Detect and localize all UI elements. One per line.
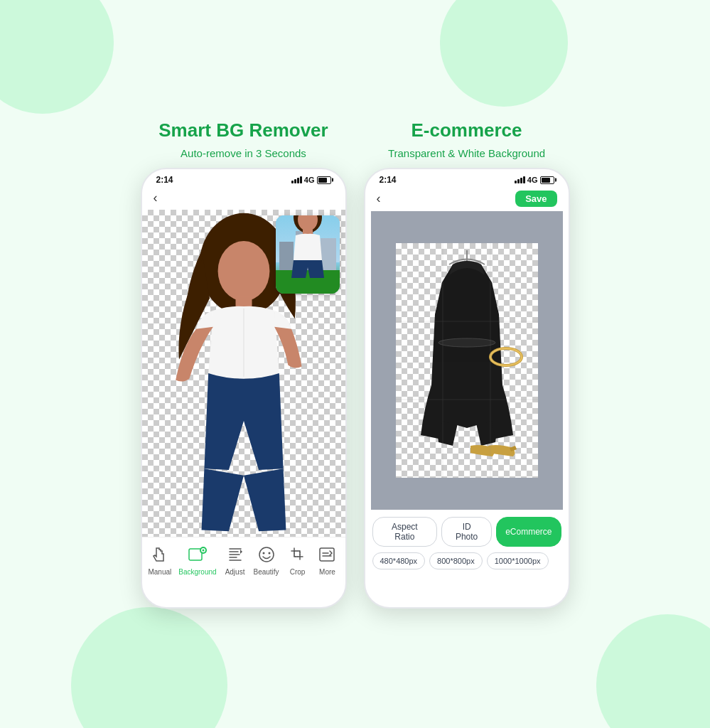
dress-accessories-svg	[396, 243, 538, 478]
tool-crop[interactable]: Crop	[286, 543, 309, 576]
right-panel: E-commerce Transparent & White Backgroun…	[364, 119, 570, 609]
id-photo-tab[interactable]: ID Photo	[441, 517, 492, 547]
right-phone: 2:14 4G ‹ Save	[364, 168, 570, 609]
options-area: Aspect Ratio ID Photo eCommerce 480*480p…	[365, 510, 569, 581]
left-battery-fill	[318, 178, 328, 183]
right-battery	[540, 176, 554, 184]
left-network: 4G	[304, 176, 315, 184]
more-label: More	[319, 568, 335, 576]
r-signal-bar-3	[520, 178, 522, 183]
background-icon-wrapper	[186, 543, 209, 566]
right-panel-title: E-commerce	[411, 119, 522, 141]
tool-more[interactable]: More	[316, 543, 338, 576]
left-panel-subtitle: Auto-remove in 3 Seconds	[181, 147, 306, 159]
tool-beautify[interactable]: Beautify	[253, 543, 279, 576]
tool-adjust[interactable]: Adjust	[224, 543, 247, 576]
left-phone: 2:14 4G ‹	[141, 168, 347, 609]
size-800[interactable]: 800*800px	[429, 552, 483, 569]
left-status-bar: 2:14 4G	[142, 169, 345, 188]
right-time: 2:14	[380, 175, 397, 185]
beautify-icon	[255, 543, 278, 566]
r-signal-bar-1	[515, 181, 517, 183]
more-icon	[316, 543, 338, 566]
tab-buttons-row: Aspect Ratio ID Photo eCommerce	[372, 517, 561, 547]
right-battery-fill	[542, 178, 551, 183]
size-480[interactable]: 480*480px	[372, 552, 426, 569]
tool-background[interactable]: Background	[178, 543, 216, 576]
left-panel-title: Smart BG Remover	[158, 119, 328, 141]
bg-decoration-br	[596, 614, 710, 728]
svg-point-13	[262, 552, 264, 555]
right-image-area	[371, 211, 563, 510]
svg-point-10	[202, 550, 204, 552]
right-status-right: 4G	[515, 176, 554, 184]
crop-icon	[286, 543, 309, 566]
thumbnail-inner	[276, 215, 340, 294]
left-time: 2:14	[156, 175, 173, 185]
crop-label: Crop	[290, 568, 306, 576]
svg-point-1	[217, 241, 269, 301]
thumb-woman	[276, 215, 340, 278]
left-back-button[interactable]: ‹	[154, 191, 158, 205]
tool-manual[interactable]: Manual	[148, 543, 171, 576]
right-network: 4G	[527, 176, 538, 184]
bg-decoration-tl	[0, 0, 114, 114]
adjust-icon	[224, 543, 247, 566]
r-signal-bar-2	[517, 179, 520, 183]
thumbnail-overlay	[276, 215, 340, 294]
bg-decoration-bl	[71, 607, 227, 728]
svg-point-12	[259, 547, 274, 562]
right-signal-bars	[515, 176, 525, 183]
left-battery	[317, 176, 331, 184]
size-1000[interactable]: 1000*1000px	[487, 552, 549, 569]
right-status-bar: 2:14 4G	[365, 169, 569, 188]
left-signal-bars	[291, 176, 302, 183]
bg-decoration-tr	[440, 0, 568, 107]
left-status-right: 4G	[291, 176, 331, 184]
right-panel-subtitle: Transparent & White Background	[388, 147, 545, 159]
signal-bar-4	[300, 176, 302, 183]
right-nav-bar: ‹ Save	[365, 188, 569, 211]
svg-rect-16	[320, 548, 334, 561]
left-nav-bar: ‹	[142, 188, 345, 210]
signal-bar-1	[291, 181, 294, 183]
ecom-inner	[396, 243, 538, 478]
size-buttons-row: 480*480px 800*800px 1000*1000px	[372, 552, 561, 569]
signal-bar-2	[294, 179, 296, 183]
main-container: Smart BG Remover Auto-remove in 3 Second…	[141, 119, 570, 609]
signal-bar-3	[297, 178, 299, 183]
left-image-area	[142, 210, 345, 537]
left-panel: Smart BG Remover Auto-remove in 3 Second…	[141, 119, 347, 609]
beautify-label: Beautify	[253, 568, 279, 576]
r-signal-bar-4	[523, 176, 525, 183]
svg-rect-15	[294, 551, 300, 557]
svg-point-14	[268, 552, 270, 555]
svg-point-18	[439, 338, 495, 347]
right-back-button[interactable]: ‹	[377, 191, 381, 206]
ecommerce-tab[interactable]: eCommerce	[496, 517, 561, 547]
save-button[interactable]: Save	[515, 191, 556, 207]
svg-marker-11	[240, 550, 242, 554]
adjust-label: Adjust	[225, 568, 245, 576]
manual-label: Manual	[148, 568, 171, 576]
background-label: Background	[178, 568, 216, 576]
manual-icon	[149, 543, 171, 566]
aspect-ratio-tab[interactable]: Aspect Ratio	[372, 517, 438, 547]
left-toolbar: Manual Background	[142, 537, 345, 584]
